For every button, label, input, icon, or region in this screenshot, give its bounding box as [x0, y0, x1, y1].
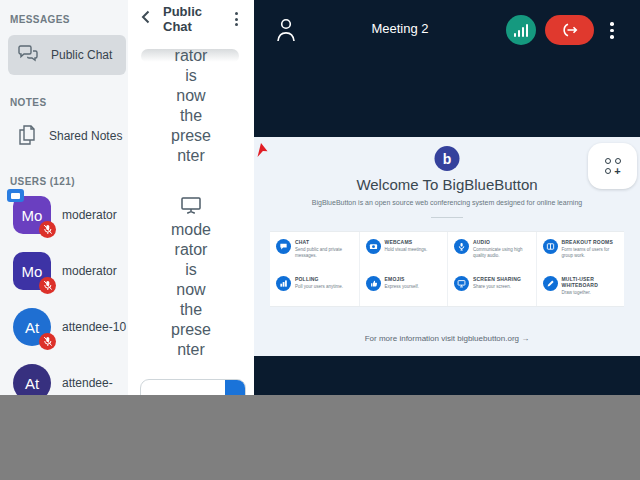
avatar-initials: Mo: [22, 207, 43, 224]
user-name: attendee-: [62, 376, 113, 390]
feature-grid: CHAT Send public and private messages. W…: [270, 231, 624, 307]
breakout-rooms-icon: [543, 239, 558, 254]
sidebar-item-label: Public Chat: [51, 48, 112, 62]
options-menu-icon[interactable]: [606, 18, 618, 43]
emoji-hand-icon: [366, 276, 381, 291]
signal-bar: [526, 24, 529, 37]
divider: [431, 217, 463, 218]
shared-notes-icon: [16, 123, 38, 150]
chat-icon: [276, 239, 291, 254]
presenter-screen-icon: [180, 196, 202, 218]
user-list-item-attendee-10[interactable]: At attendee-10: [0, 299, 128, 355]
chat-header: Public Chat: [128, 0, 254, 38]
sidebar-item-label: Shared Notes: [49, 129, 122, 143]
messages-header: MESSAGES: [10, 14, 128, 25]
meeting-title: Meeting 2: [300, 21, 500, 36]
screen-share-icon: [454, 276, 469, 291]
feature-card-breakout-rooms: BREAKOUT ROOMS Form teams of users for g…: [536, 232, 625, 269]
welcome-title: Welcome To BigBlueButton: [254, 176, 640, 193]
sidebar-item-public-chat[interactable]: Public Chat: [8, 35, 126, 75]
leave-meeting-button[interactable]: [545, 15, 594, 45]
chat-message-list: rator is now the prese nter mode rator i…: [128, 46, 254, 360]
chat-bubbles-icon: [16, 44, 40, 67]
avatar: Mo: [13, 252, 51, 290]
muted-mic-icon: [39, 333, 56, 350]
user-name: moderator: [62, 208, 117, 222]
pencil-icon: [543, 276, 558, 291]
user-list-toggle-button[interactable]: [275, 16, 297, 45]
feature-card-chat: CHAT Send public and private messages.: [270, 232, 359, 269]
signal-bar: [518, 30, 521, 37]
screenshot-gray-band: [0, 395, 640, 480]
microphone-icon: [454, 239, 469, 254]
feature-card-webcams: WEBCAMS Hold visual meetings.: [359, 232, 448, 269]
signal-bar: [514, 33, 517, 37]
feature-card-polling: POLLING Poll your users anytime.: [270, 269, 359, 306]
signal-bar: [522, 27, 525, 37]
users-header: USERS (121): [10, 176, 128, 187]
notes-header: NOTES: [10, 97, 128, 108]
user-list-item-moderator[interactable]: Mo moderator: [0, 243, 128, 299]
avatar: At: [13, 308, 51, 346]
muted-mic-icon: [39, 221, 56, 238]
feature-card-whiteboard: MULTI-USER WHITEBOARD Draw together.: [536, 269, 625, 306]
presenter-badge-icon: [7, 189, 24, 202]
apps-plus-icon: +: [604, 157, 622, 175]
back-chevron-icon[interactable]: [141, 10, 150, 28]
chat-message: rator is now the prese nter: [128, 46, 254, 166]
sidebar-item-shared-notes[interactable]: Shared Notes: [8, 116, 126, 156]
chat-options-icon[interactable]: [232, 9, 241, 29]
welcome-subtitle: BigBlueButton is an open source web conf…: [254, 199, 640, 206]
user-name: moderator: [62, 264, 117, 278]
feature-card-emojis: EMOJIS Express yourself.: [359, 269, 448, 306]
muted-mic-icon: [39, 277, 56, 294]
feature-card-audio: AUDIO Communicate using high quality aud…: [447, 232, 536, 269]
feature-card-screen-sharing: SCREEN SHARING Share your screen.: [447, 269, 536, 306]
avatar: Mo: [13, 196, 51, 234]
bigbluebutton-logo: b: [435, 146, 460, 171]
whiteboard-cursor-icon: [256, 142, 268, 162]
polling-icon: [276, 276, 291, 291]
avatar-initials: At: [25, 375, 39, 392]
leave-icon: [561, 22, 579, 38]
avatar-initials: Mo: [22, 263, 43, 280]
presentation-area: + b Welcome To BigBlueButton BigBlueButt…: [254, 137, 640, 356]
connection-status-button[interactable]: [506, 15, 536, 45]
user-name: attendee-10: [62, 320, 126, 334]
chat-panel-title: Public Chat: [163, 4, 219, 34]
more-info-link: For more information visit bigbluebutton…: [254, 334, 640, 343]
chat-message: mode rator is now the prese nter: [128, 196, 254, 360]
avatar-initials: At: [25, 319, 39, 336]
user-list-item-moderator-presenter[interactable]: Mo moderator: [0, 187, 128, 243]
webcam-icon: [366, 239, 381, 254]
